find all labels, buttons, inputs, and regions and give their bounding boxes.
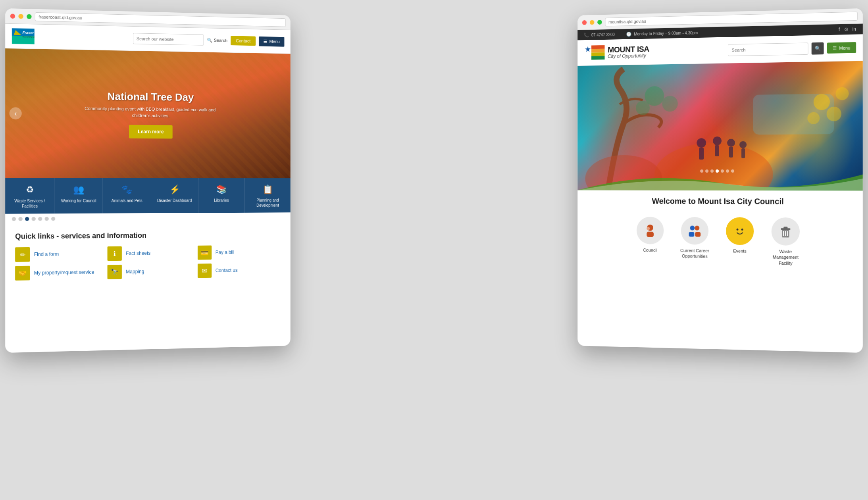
close-dot-right[interactable] <box>582 20 587 25</box>
mi-council-icon <box>637 217 664 244</box>
fc-tile-animals[interactable]: 🐾 Animals and Pets <box>103 178 151 213</box>
clock-icon: 🕐 <box>626 31 632 37</box>
mi-cdot-4[interactable] <box>716 169 719 173</box>
fc-tile-waste[interactable]: ♻ Waste Services / Facilities <box>5 178 54 214</box>
fc-tile-label-working: Working for Council <box>58 198 100 203</box>
fc-menu-button[interactable]: ☰ Menu <box>259 36 284 46</box>
fc-ql-my-property[interactable]: 🤝 My property/request service <box>15 265 104 280</box>
svg-point-24 <box>713 137 722 145</box>
fc-hero-subtitle: Community planting event with BBQ breakf… <box>83 106 217 119</box>
mi-hero-banner <box>577 61 863 191</box>
fc-dot-2[interactable] <box>18 217 22 221</box>
mi-tile-waste-label: Waste Management Facility <box>768 248 804 266</box>
fc-tile-working[interactable]: 👥 Working for Council <box>54 178 103 213</box>
fc-ql-mapping-label: Mapping <box>126 269 144 275</box>
mi-tile-council-label: Council <box>633 247 668 253</box>
svg-rect-25 <box>715 145 719 156</box>
fc-ql-find-form[interactable]: ✏ Find a form <box>15 246 104 262</box>
events-smiley-svg <box>732 223 747 238</box>
mi-menu-button[interactable]: ☰ Menu <box>827 42 856 54</box>
fc-carousel-prev[interactable]: ‹ <box>10 107 22 119</box>
fc-dot-3[interactable] <box>25 217 29 221</box>
fc-dot-6[interactable] <box>45 217 49 221</box>
fc-learn-more-button[interactable]: Learn more <box>129 125 172 138</box>
fc-tile-label-planning: Planning and Development <box>248 198 287 208</box>
svg-point-21 <box>835 87 849 100</box>
mi-cdot-5[interactable] <box>721 169 724 173</box>
mi-welcome-title: Welcome to Mount Isa City Council <box>587 196 853 206</box>
fc-ql-mapping[interactable]: 🔭 Mapping <box>108 264 194 279</box>
mi-hours-text: Monday to Friday – 9.00am - 4.30pm <box>634 31 698 36</box>
close-dot[interactable] <box>10 13 15 19</box>
mi-tile-events[interactable]: Events <box>722 217 758 265</box>
fc-search-input[interactable] <box>133 33 204 46</box>
fc-contact-button[interactable]: Contact <box>231 36 256 46</box>
fc-ql-contact-us[interactable]: ✉ Contact us <box>198 263 281 278</box>
fc-ql-pay-bill-label: Pay a bill <box>216 250 235 255</box>
fc-ql-fact-sheets-label: Fact sheets <box>126 250 150 256</box>
maximize-dot[interactable] <box>27 14 31 19</box>
fc-tile-libraries[interactable]: 📚 Libraries <box>198 178 245 213</box>
svg-rect-9 <box>591 49 605 53</box>
linkedin-icon[interactable]: in <box>852 26 856 32</box>
search-icon: 🔍 <box>207 37 212 42</box>
svg-point-38 <box>737 229 739 231</box>
mi-hours: 🕐 Monday to Friday – 9.00am - 4.30pm <box>626 30 698 37</box>
mi-cdot-7[interactable] <box>731 169 734 173</box>
fc-ql-contact-us-icon-box: ✉ <box>198 263 212 278</box>
address-bar-left[interactable]: frasercoast.qld.gov.au <box>35 12 286 27</box>
svg-rect-11 <box>591 56 605 60</box>
mi-wave-container <box>577 170 863 190</box>
minimize-dot-right[interactable] <box>590 20 595 25</box>
fc-tile-planning[interactable]: 📋 Planning and Development <box>245 178 291 213</box>
info-icon: ℹ <box>114 250 116 257</box>
fc-ql-pay-bill[interactable]: 💳 Pay a bill <box>198 245 281 260</box>
mi-tile-waste[interactable]: Waste Management Facility <box>768 217 804 266</box>
fc-dot-4[interactable] <box>32 217 36 221</box>
mi-cdot-2[interactable] <box>705 169 708 173</box>
svg-point-28 <box>739 141 747 148</box>
minimize-dot[interactable] <box>18 13 23 19</box>
fc-search-button[interactable]: 🔍 Search <box>207 37 227 43</box>
scene: frasercoast.qld.gov.au Fraser Coast REGI… <box>0 0 868 500</box>
mi-cdot-6[interactable] <box>726 169 729 173</box>
mi-search-button[interactable]: 🔍 <box>812 42 824 54</box>
browser-mount-isa: mountisa.qld.gov.au 📞 07 4747 3200 🕐 Mon… <box>577 8 863 353</box>
fc-tile-disaster[interactable]: ⚡ Disaster Dashboard <box>151 178 198 213</box>
map-icon: 🔭 <box>111 268 119 276</box>
fc-ql-fact-sheets[interactable]: ℹ Fact sheets <box>108 246 194 261</box>
svg-point-32 <box>647 227 650 230</box>
address-bar-right[interactable]: mountisa.qld.gov.au <box>605 12 858 26</box>
search-icon-mi: 🔍 <box>815 45 821 51</box>
maximize-dot-right[interactable] <box>597 19 602 24</box>
mi-cdot-3[interactable] <box>710 169 714 173</box>
fc-dot-1[interactable] <box>12 217 16 221</box>
hamburger-icon: ☰ <box>264 39 268 44</box>
instagram-icon[interactable]: ⊙ <box>844 27 848 32</box>
fc-ql-pay-bill-icon-box: 💳 <box>198 246 212 260</box>
facebook-icon[interactable]: f <box>839 27 840 32</box>
fc-tile-label-disaster: Disaster Dashboard <box>154 198 194 203</box>
fc-ql-contact-us-label: Contact us <box>216 267 238 273</box>
svg-point-34 <box>695 226 699 231</box>
fc-ql-fact-sheets-icon-box: ℹ <box>108 246 122 261</box>
mi-logo-svg <box>584 44 605 62</box>
mi-cdot-1[interactable] <box>700 169 703 173</box>
mi-tile-careers[interactable]: Current Career Opportunities <box>677 217 712 265</box>
lightning-icon: ⚡ <box>154 185 194 195</box>
fc-dot-5[interactable] <box>38 217 42 221</box>
mi-careers-icon <box>681 217 708 245</box>
svg-rect-27 <box>729 147 733 158</box>
fc-quicklinks-title: Quick links - services and information <box>15 231 281 241</box>
svg-point-26 <box>727 139 735 147</box>
svg-point-33 <box>690 226 695 231</box>
mi-tile-council[interactable]: Council <box>633 217 668 264</box>
fc-hero-content: National Tree Day Community planting eve… <box>83 90 217 139</box>
fc-dot-7[interactable] <box>51 217 55 221</box>
mi-search-input[interactable] <box>728 42 808 56</box>
svg-rect-35 <box>689 232 694 237</box>
mi-logo-sub: City of Opportunity <box>608 53 649 59</box>
fc-ql-find-form-icon-box: ✏ <box>15 247 30 262</box>
paw-icon: 🐾 <box>106 185 148 195</box>
svg-rect-42 <box>783 227 787 229</box>
